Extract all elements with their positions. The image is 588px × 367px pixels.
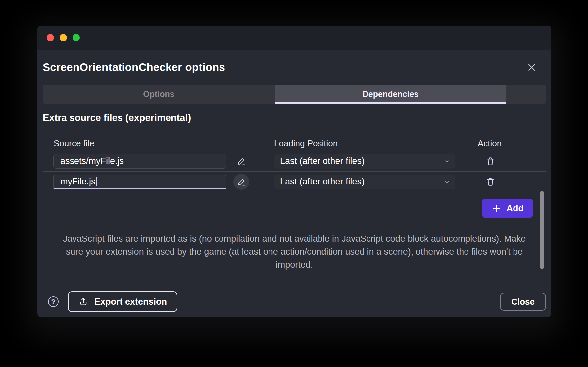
- source-file-input[interactable]: assets/myFile.js: [53, 154, 226, 169]
- close-button[interactable]: Close: [500, 293, 546, 311]
- traffic-lights: [47, 34, 80, 41]
- delete-row-button[interactable]: [482, 153, 498, 169]
- question-circle-icon: ?: [51, 298, 56, 306]
- source-file-value: myFile.js: [60, 177, 96, 187]
- note-line: imported.: [48, 258, 541, 271]
- vertical-scrollbar-thumb[interactable]: [540, 191, 544, 269]
- dialog-header: ScreenOrientationChecker options: [37, 50, 551, 85]
- note-paragraph: JavaScript files are imported as is (no …: [48, 233, 541, 271]
- delete-row-button[interactable]: [482, 174, 498, 190]
- window-close-button[interactable]: [47, 34, 54, 41]
- tab-bar: Options Dependencies: [43, 85, 546, 104]
- table-row: assets/myFile.js Last (after other files…: [43, 151, 546, 172]
- plus-icon: [491, 203, 501, 213]
- close-button-label: Close: [511, 297, 535, 307]
- edit-file-button[interactable]: [233, 174, 249, 190]
- trash-icon: [485, 156, 495, 166]
- loading-position-select[interactable]: Last (after other files): [274, 175, 455, 189]
- footer-left-group: ? Export extension: [48, 291, 177, 312]
- note-line: JavaScript files are imported as is (no …: [48, 233, 541, 245]
- dialog-footer: ? Export extension Close: [48, 291, 546, 312]
- upload-icon: [78, 297, 88, 307]
- pencil-icon: [237, 157, 246, 166]
- edit-file-button[interactable]: [233, 153, 249, 169]
- close-icon[interactable]: [526, 62, 537, 73]
- table-row: myFile.js Last (after other files): [43, 172, 546, 192]
- tab-options[interactable]: Options: [43, 85, 275, 104]
- loading-position-select[interactable]: Last (after other files): [274, 154, 455, 169]
- source-file-input-focused[interactable]: myFile.js: [53, 175, 226, 189]
- chevron-down-icon: [444, 179, 450, 185]
- window-titlebar: [37, 26, 551, 50]
- source-files-table: Source file Loading Position Action asse…: [43, 136, 546, 192]
- add-button[interactable]: Add: [482, 199, 533, 218]
- source-file-value: assets/myFile.js: [60, 156, 124, 166]
- note-line: sure your extension is used by the game …: [48, 245, 541, 258]
- extension-options-dialog: ScreenOrientationChecker options Options…: [37, 26, 551, 317]
- table-header-row: Source file Loading Position Action: [43, 136, 546, 151]
- text-cursor: [96, 177, 97, 186]
- column-header-source-file: Source file: [43, 138, 226, 149]
- help-button[interactable]: ?: [48, 296, 59, 307]
- section-heading: Extra source files (experimental): [43, 112, 546, 123]
- export-extension-button[interactable]: Export extension: [68, 291, 177, 312]
- pencil-icon: [237, 177, 246, 186]
- column-header-action: Action: [455, 138, 546, 149]
- loading-position-value: Last (after other files): [280, 177, 365, 187]
- dialog-title: ScreenOrientationChecker options: [43, 61, 225, 74]
- add-button-label: Add: [507, 203, 524, 214]
- window-zoom-button[interactable]: [73, 34, 80, 41]
- chevron-down-icon: [444, 158, 450, 165]
- export-extension-label: Export extension: [94, 297, 167, 307]
- loading-position-value: Last (after other files): [280, 156, 365, 166]
- add-row: Add: [43, 199, 546, 218]
- trash-icon: [485, 177, 495, 187]
- tab-dependencies[interactable]: Dependencies: [275, 85, 506, 104]
- window-minimize-button[interactable]: [60, 34, 67, 41]
- column-header-loading-position: Loading Position: [274, 138, 455, 149]
